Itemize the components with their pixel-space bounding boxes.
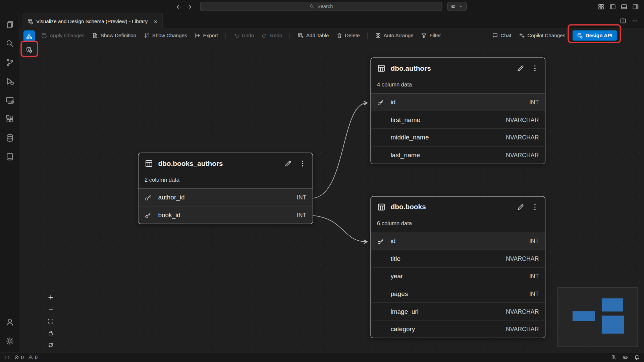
activity-bar-database-designer[interactable] xyxy=(0,147,19,166)
tab-close-button[interactable]: × xyxy=(153,18,158,24)
column-row-pages[interactable]: pages INT xyxy=(371,285,545,303)
minimap-table-box xyxy=(602,298,623,311)
column-row-author-id[interactable]: author_id INT xyxy=(139,189,313,206)
search-input[interactable]: Search xyxy=(200,2,442,11)
canvas-zoom-fit-icon[interactable] xyxy=(46,316,55,326)
toolbar-button-apply-changes[interactable]: Apply Changes xyxy=(41,33,85,39)
tab-title: Visualize and Design Schema (Preview) - … xyxy=(36,18,148,24)
errors-count: 0 xyxy=(21,354,23,360)
titlebar-panel-left-icon[interactable] xyxy=(609,3,616,10)
toolbar-separator xyxy=(290,32,290,39)
column-row-category[interactable]: category NVARCHAR xyxy=(371,320,545,338)
titlebar-panel-bottom-icon[interactable] xyxy=(621,3,628,10)
table-card-dbo-authors[interactable]: dbo.authors 4 column data id INT first_n… xyxy=(370,57,545,164)
statusbar-copilot-face-icon[interactable] xyxy=(622,354,628,360)
column-row-year[interactable]: year INT xyxy=(371,267,545,285)
activity-bar-run-and-debug[interactable] xyxy=(0,72,19,90)
table-name: dbo.books xyxy=(390,203,426,211)
primary-key-icon xyxy=(377,308,390,315)
toolbar-button-filter[interactable]: Filter xyxy=(421,33,441,39)
toolbar-button-add-table[interactable]: Add Table xyxy=(298,33,329,39)
titlebar-panel-right-icon[interactable] xyxy=(632,3,639,10)
problems-warnings[interactable]: 0 xyxy=(28,354,38,360)
edit-table-button[interactable] xyxy=(284,160,292,167)
schema-canvas[interactable]: dbo.books_authors 2 column data author_i… xyxy=(20,42,644,352)
toolbar-button-export[interactable]: Export xyxy=(195,33,218,39)
vscode-window: Search Visualize and Design Schema (Prev… xyxy=(0,0,644,362)
pencil-icon xyxy=(517,203,524,211)
column-type: INT xyxy=(297,212,307,219)
canvas-zoom-sync-icon[interactable] xyxy=(46,340,55,350)
column-row-id[interactable]: id INT xyxy=(371,94,545,111)
diagram-layer: dbo.books_authors 2 column data author_i… xyxy=(20,42,644,352)
tab-action-split-icon[interactable] xyxy=(620,18,627,24)
column-row-middle-name[interactable]: middle_name NVARCHAR xyxy=(371,128,545,146)
minimap-table-box xyxy=(573,311,595,321)
canvas-zoom-minus-icon[interactable] xyxy=(46,305,55,314)
tab-visualize-design-schema[interactable]: Visualize and Design Schema (Preview) - … xyxy=(22,13,163,28)
column-row-id[interactable]: id INT xyxy=(371,232,545,249)
column-type: INT xyxy=(529,99,539,106)
activity-bar-sql-database-projects[interactable] xyxy=(0,128,19,147)
activity-bar-settings[interactable] xyxy=(0,331,19,350)
table-menu-button[interactable] xyxy=(531,203,539,211)
statusbar-bell-icon[interactable] xyxy=(634,354,640,360)
activity-bar-accounts[interactable] xyxy=(0,313,19,331)
column-type: NVARCHAR xyxy=(506,117,539,123)
table-card-dbo-books-authors[interactable]: dbo.books_authors 2 column data author_i… xyxy=(138,153,313,224)
column-name: author_id xyxy=(158,194,184,201)
column-row-book-id[interactable]: book_id INT xyxy=(139,206,313,224)
activity-bar-explorer[interactable] xyxy=(0,15,19,34)
titlebar-nav-arrow-right-icon[interactable] xyxy=(185,3,192,10)
titlebar-nav-arrow-left-icon[interactable] xyxy=(176,3,182,10)
toolbar-button-copilot-changes[interactable]: Copilot Changes xyxy=(519,33,566,39)
column-type: NVARCHAR xyxy=(506,134,539,141)
column-name: image_url xyxy=(390,308,418,315)
toolbar-button-chat[interactable]: Chat xyxy=(492,33,511,39)
canvas-zoom-lock-icon[interactable] xyxy=(46,328,55,338)
toolbar-button-label: Copilot Changes xyxy=(527,33,565,38)
toolbar-button-show-definition[interactable]: Show Definition xyxy=(92,33,136,39)
kebab-icon xyxy=(531,203,539,211)
table-menu-button[interactable] xyxy=(299,160,306,167)
canvas-zoom-plus-icon[interactable] xyxy=(46,293,55,302)
schema-designer-view-button[interactable] xyxy=(23,31,35,42)
toolbar-button-undo[interactable]: Undo xyxy=(233,33,254,39)
toolbar-button-delete[interactable]: Delete xyxy=(336,33,360,39)
toolbar-button-redo[interactable]: Redo xyxy=(261,33,282,39)
column-row-image-url[interactable]: image_url NVARCHAR xyxy=(371,302,545,320)
titlebar: Search xyxy=(0,0,644,13)
titlebar-layout-grid-icon[interactable] xyxy=(598,3,605,10)
titlebar-menu-copilot-face-icon[interactable] xyxy=(450,4,456,9)
statusbar-zoom-in-icon[interactable] xyxy=(611,354,617,360)
design-api-label: Design API xyxy=(585,33,612,38)
table-menu-button[interactable] xyxy=(531,64,539,72)
column-row-title[interactable]: title NVARCHAR xyxy=(371,249,545,267)
copilot-menu-button[interactable] xyxy=(447,2,467,11)
table-definitions-view-button[interactable] xyxy=(23,44,35,55)
column-row-first-name[interactable]: first_name NVARCHAR xyxy=(371,111,545,129)
activity-bar-extensions[interactable] xyxy=(0,110,19,128)
edit-table-button[interactable] xyxy=(517,203,524,211)
problems-errors[interactable]: 0 xyxy=(14,354,24,360)
toolbar-button-label: Apply Changes xyxy=(50,33,85,38)
column-count-caption: 6 column data xyxy=(371,220,545,228)
edit-table-button[interactable] xyxy=(517,64,524,72)
column-row-last-name[interactable]: last_name NVARCHAR xyxy=(371,146,545,164)
minimap[interactable] xyxy=(557,287,638,347)
editor-area: Visualize and Design Schema (Preview) - … xyxy=(20,13,644,352)
pencil-icon xyxy=(517,64,524,72)
activity-bar-source-control[interactable] xyxy=(0,53,19,72)
column-rows: author_id INT book_id INT xyxy=(139,188,313,224)
primary-key-icon xyxy=(377,237,390,244)
statusbar-remote-status-icon[interactable] xyxy=(4,354,10,360)
table-card-dbo-books[interactable]: dbo.books 6 column data id INT title NVA… xyxy=(370,196,545,338)
toolbar-button-show-changes[interactable]: Show Changes xyxy=(144,33,187,39)
activity-bar-remote-explorer[interactable] xyxy=(0,91,19,110)
column-name: book_id xyxy=(158,212,180,219)
toolbar-button-auto-arrange[interactable]: Auto Arrange xyxy=(375,33,414,39)
tab-action-more-icon[interactable] xyxy=(632,18,638,24)
design-api-button[interactable]: Design API xyxy=(573,31,617,41)
activity-bar-search[interactable] xyxy=(0,34,19,53)
titlebar-menu-chevron-down-icon[interactable] xyxy=(458,4,463,9)
